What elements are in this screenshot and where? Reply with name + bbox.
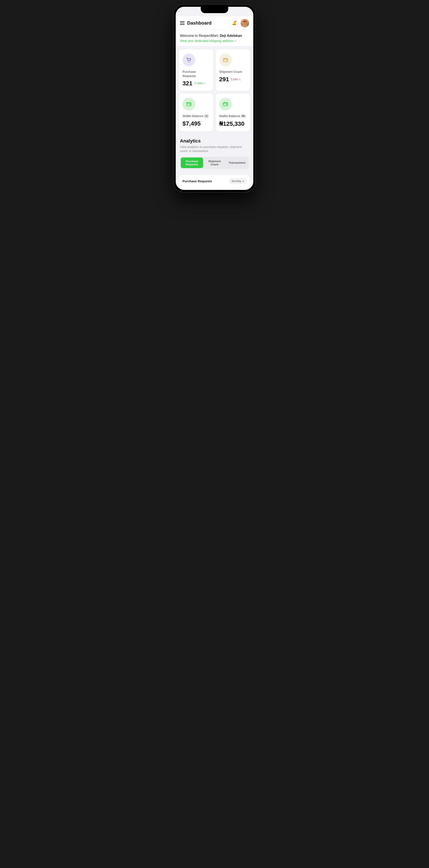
avatar-svg [240, 19, 249, 27]
svg-point-7 [190, 104, 191, 105]
shipment-count-label: Shipment Count [219, 70, 247, 74]
analytics-tabs: Purchase Requests Shipment Count Transac… [180, 157, 249, 169]
period-selector[interactable]: Monthly ∨ [229, 178, 247, 184]
svg-rect-6 [187, 103, 191, 106]
wallet-ngn-label: Wallet Balance (₦) [219, 114, 247, 118]
notification-dot [235, 21, 236, 22]
wallet-usd-value: $7,495 [182, 120, 201, 127]
header-right: 🔔 [230, 19, 249, 27]
chart-header: Purchase Requests Monthly ∨ [182, 178, 247, 184]
phone-notch [201, 7, 228, 13]
svg-rect-5 [223, 58, 228, 62]
welcome-text: Welcome to RespectMart, Deji Adelekan [180, 34, 249, 38]
tab-shipment-count[interactable]: Shipment Count [203, 157, 226, 168]
phone-frame: Dashboard 🔔 [173, 4, 256, 192]
purchase-requests-icon-circle [182, 54, 195, 66]
svg-point-3 [188, 62, 189, 62]
analytics-section: Analytics View analytics on purchase req… [176, 135, 253, 172]
notification-button[interactable]: 🔔 [230, 19, 238, 27]
avatar-image [240, 19, 249, 27]
tab-purchase-requests[interactable]: Purchase Requests [181, 157, 203, 168]
phone-screen: Dashboard 🔔 [176, 7, 253, 190]
app-header: Dashboard 🔔 [176, 16, 253, 30]
wallet-ngn-icon-circle [219, 98, 232, 111]
purchase-requests-bottom: 321 17.89% ↗ [182, 80, 210, 87]
wallet-ngn-value: ₦125,330 [219, 120, 245, 127]
stat-card-wallet-ngn[interactable]: Wallet Balance (₦) ₦125,330 [216, 94, 250, 131]
period-label: Monthly [231, 180, 241, 183]
wallet-icon-2 [222, 101, 229, 107]
svg-point-9 [226, 104, 227, 105]
shipping-address-link[interactable]: View your dedicated shipping address ✓ [180, 39, 249, 42]
avatar[interactable] [240, 19, 249, 27]
welcome-section: Welcome to RespectMart, Deji Adelekan Vi… [176, 30, 253, 46]
wallet-usd-icon-circle [182, 98, 195, 111]
purchase-requests-change: 17.89% ↗ [194, 82, 205, 85]
svg-rect-8 [223, 103, 228, 106]
stat-card-wallet-usd[interactable]: Wallet Balance ($) $7,495 [179, 94, 213, 131]
purchase-requests-label: Purchase Requests [182, 70, 210, 78]
welcome-username: Deji Adelekan [220, 34, 242, 37]
screen-content: Dashboard 🔔 [176, 7, 253, 190]
menu-button[interactable] [180, 21, 184, 25]
stats-grid: Purchase Requests 321 17.89% ↗ [179, 49, 250, 131]
wallet-usd-bottom: $7,495 [182, 120, 210, 127]
chevron-down-icon: ✓ [234, 39, 236, 42]
shipment-count-bottom: 291 5.24% ↘ [219, 76, 247, 83]
chart-section: Purchase Requests Monthly ∨ [179, 175, 250, 190]
wallet-icon [186, 101, 192, 107]
analytics-title: Analytics [180, 138, 249, 144]
chart-title: Purchase Requests [182, 179, 212, 183]
purchase-requests-value: 321 [182, 80, 193, 87]
box-icon [222, 57, 229, 63]
welcome-greeting: Welcome to RespectMart, [180, 34, 220, 37]
shipment-count-value: 291 [219, 76, 229, 83]
tab-transactions[interactable]: Transactions [226, 157, 248, 168]
stat-card-shipment-count[interactable]: Shipment Count 291 5.24% ↘ [216, 49, 250, 91]
svg-point-4 [190, 62, 190, 62]
shipment-count-icon-circle [219, 54, 232, 66]
wallet-usd-label: Wallet Balance ($) [182, 114, 210, 118]
stats-section: Purchase Requests 321 17.89% ↗ [176, 46, 253, 135]
analytics-subtitle: View analytics on purchase requests, shi… [180, 145, 249, 153]
period-chevron-icon: ∨ [242, 180, 244, 183]
stat-card-purchase-requests[interactable]: Purchase Requests 321 17.89% ↗ [179, 49, 213, 91]
shipping-link-text: View your dedicated shipping address [180, 39, 233, 42]
header-left: Dashboard [180, 20, 211, 26]
shipment-count-change: 5.24% ↘ [231, 78, 240, 81]
wallet-ngn-bottom: ₦125,330 [219, 120, 247, 127]
svg-point-1 [242, 24, 248, 27]
svg-rect-2 [243, 21, 247, 22]
page-title: Dashboard [187, 20, 211, 26]
cart-icon [186, 57, 192, 63]
